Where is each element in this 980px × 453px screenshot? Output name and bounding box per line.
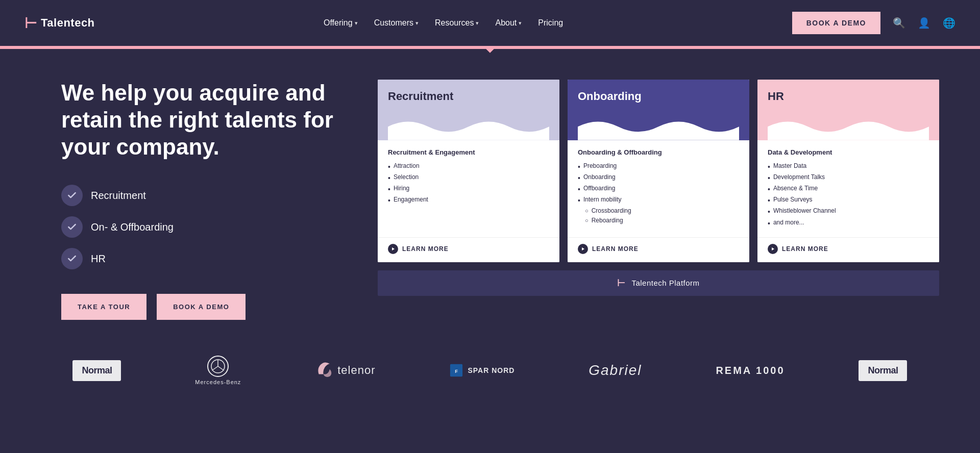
list-item: Absence & Time: [768, 184, 929, 195]
nav-item-about[interactable]: About ▾: [495, 18, 522, 28]
hero-left: We help you acquire and retain the right…: [61, 80, 347, 320]
list-item: Recruitment: [61, 185, 347, 206]
logo-telenor: telenor: [315, 361, 375, 380]
onboarding-subtitle: Onboarding & Offboarding: [578, 148, 739, 156]
onboarding-card-body: Onboarding & Offboarding Preboarding Onb…: [568, 140, 749, 237]
hr-card-title: HR: [768, 90, 929, 103]
list-item: Whistleblower Channel: [768, 206, 929, 217]
talentech-icon: ⊢: [617, 278, 625, 289]
logo[interactable]: ⊢ Talentech: [24, 15, 95, 32]
onboarding-learn-more[interactable]: LEARN MORE: [578, 244, 739, 254]
recruitment-subtitle: Recruitment & Engagement: [388, 148, 549, 156]
platform-bar[interactable]: ⊢ Talentech Platform: [378, 270, 939, 296]
nav-item-customers[interactable]: Customers ▾: [374, 18, 419, 28]
logo-mercedes: Mercedes-Benz: [195, 356, 241, 385]
pink-divider: [0, 46, 980, 49]
recruitment-card-body: Recruitment & Engagement Attraction Sele…: [378, 140, 559, 237]
globe-icon[interactable]: 🌐: [943, 17, 955, 29]
chevron-down-icon: ▾: [476, 20, 479, 27]
svg-marker-1: [582, 247, 584, 250]
list-item: Offboarding: [578, 184, 739, 195]
chevron-down-icon: ▾: [355, 20, 358, 27]
check-icon-onboarding: [61, 216, 83, 238]
logo-gabriel: Gabriel: [589, 362, 642, 379]
list-item: Engagement: [388, 195, 549, 206]
onboarding-card-footer: LEARN MORE: [568, 237, 749, 262]
normal-logo: Normal: [72, 360, 121, 381]
logo-sparnord: F spar nord: [449, 363, 514, 377]
search-icon[interactable]: 🔍: [893, 17, 905, 29]
hero-checklist: Recruitment On- & Offboarding HR: [61, 185, 347, 269]
navigation: ⊢ Talentech Offering ▾ Customers ▾ Resou…: [0, 0, 980, 46]
hero-right: Recruitment Recruitment & Engagement Att…: [378, 80, 939, 296]
list-item: Reboarding: [578, 216, 739, 225]
nav-item-offering[interactable]: Offering ▾: [324, 18, 358, 28]
recruitment-card-header: Recruitment: [378, 80, 559, 140]
recruitment-card: Recruitment Recruitment & Engagement Att…: [378, 80, 559, 262]
list-item: Intern mobility: [578, 195, 739, 206]
mercedes-ring: [207, 356, 229, 377]
logo-normal-2: Normal: [859, 360, 907, 381]
take-a-tour-button[interactable]: TAKE A TOUR: [61, 294, 146, 320]
logo-normal-1: Normal: [72, 360, 121, 381]
hero-buttons: TAKE A TOUR BOOK A DEMO: [61, 294, 347, 320]
hr-learn-more[interactable]: LEARN MORE: [768, 244, 929, 254]
nav-item-pricing[interactable]: Pricing: [538, 18, 563, 28]
hero-title: We help you acquire and retain the right…: [61, 80, 347, 160]
play-icon: [388, 244, 398, 254]
check-icon-hr: [61, 248, 83, 269]
list-item: Preboarding: [578, 161, 739, 172]
nav-right: BOOK A DEMO 🔍 👤 🌐: [792, 12, 955, 34]
onboarding-card-header: Onboarding: [568, 80, 749, 140]
svg-marker-2: [772, 247, 774, 250]
logos-section: Normal Mercedes-Benz telenor F spar nord: [0, 340, 980, 406]
logo-text: Talentech: [41, 16, 95, 30]
list-item: Selection: [388, 172, 549, 184]
check-icon-recruitment: [61, 185, 83, 206]
logo-icon: ⊢: [24, 15, 37, 32]
book-demo-nav-button[interactable]: BOOK A DEMO: [792, 12, 880, 34]
platform-bar-label: Talentech Platform: [631, 279, 699, 287]
list-item: HR: [61, 248, 347, 269]
hr-subtitle: Data & Development: [768, 148, 929, 156]
chevron-down-icon: ▾: [519, 20, 522, 27]
recruitment-card-title: Recruitment: [388, 90, 549, 103]
svg-text:F: F: [455, 369, 458, 374]
hr-card-footer: LEARN MORE: [757, 237, 939, 262]
svg-line-6: [218, 366, 224, 370]
logo-rema: REMA 1000: [716, 365, 785, 376]
list-item: and more...: [768, 218, 929, 229]
recruitment-learn-more[interactable]: LEARN MORE: [388, 244, 549, 254]
sparnord-text: spar nord: [468, 366, 514, 374]
list-item: Onboarding: [578, 172, 739, 184]
list-item: Crossboarding: [578, 206, 739, 215]
rema-text: REMA 1000: [716, 365, 785, 376]
hr-card-header: HR: [757, 80, 939, 140]
user-icon[interactable]: 👤: [918, 17, 930, 29]
nav-item-resources[interactable]: Resources ▾: [435, 18, 479, 28]
play-icon: [578, 244, 588, 254]
hr-list: Master Data Development Talks Absence & …: [768, 161, 929, 229]
onboarding-list: Preboarding Onboarding Offboarding Inter…: [578, 161, 739, 225]
list-item: Master Data: [768, 161, 929, 172]
hero-section: We help you acquire and retain the right…: [0, 49, 980, 340]
gabriel-text: Gabriel: [589, 362, 642, 379]
svg-line-5: [212, 366, 218, 370]
onboarding-card: Onboarding Onboarding & Offboarding Preb…: [568, 80, 749, 262]
onboarding-card-title: Onboarding: [578, 90, 739, 103]
svg-marker-0: [392, 247, 395, 250]
hr-card: HR Data & Development Master Data Develo…: [757, 80, 939, 262]
hr-card-body: Data & Development Master Data Developme…: [757, 140, 939, 237]
book-a-demo-button[interactable]: BOOK A DEMO: [157, 294, 246, 320]
recruitment-list: Attraction Selection Hiring Engagement: [388, 161, 549, 207]
list-item: Pulse Surveys: [768, 195, 929, 206]
cards-row: Recruitment Recruitment & Engagement Att…: [378, 80, 939, 262]
play-icon: [768, 244, 778, 254]
list-item: On- & Offboarding: [61, 216, 347, 238]
nav-links: Offering ▾ Customers ▾ Resources ▾ About…: [324, 18, 563, 28]
list-item: Attraction: [388, 161, 549, 172]
chevron-down-icon: ▾: [415, 20, 419, 27]
normal-logo-2: Normal: [859, 360, 907, 381]
recruitment-card-footer: LEARN MORE: [378, 237, 559, 262]
list-item: Development Talks: [768, 172, 929, 184]
